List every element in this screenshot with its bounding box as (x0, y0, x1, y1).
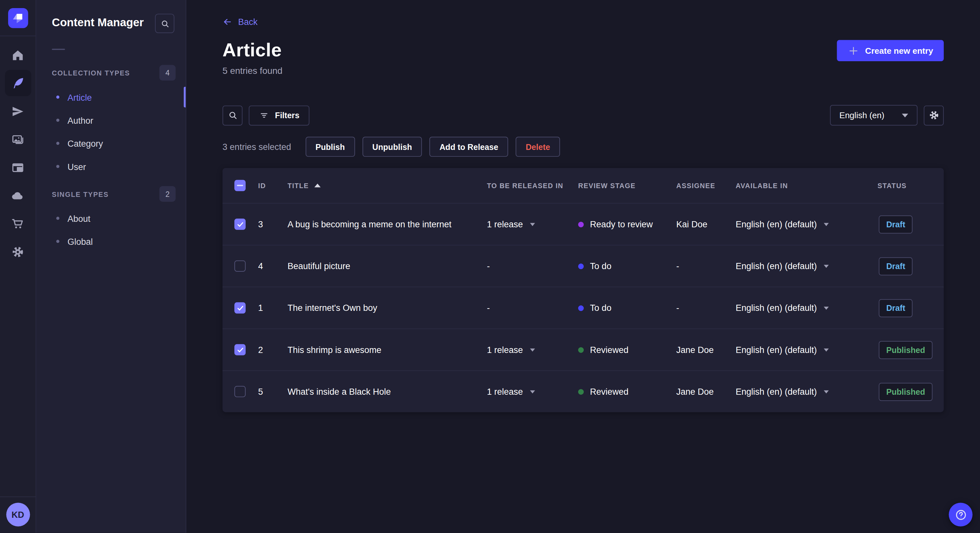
stage-dot-icon (578, 222, 584, 227)
column-header-release: TO BE RELEASED IN (487, 182, 578, 189)
cell-id: 1 (258, 303, 288, 313)
table-row[interactable]: 4 Beautiful picture - To do - English (e… (223, 245, 944, 287)
table-row[interactable]: 5 What's inside a Black Hole 1 release R… (223, 370, 944, 412)
caret-down-icon (824, 223, 829, 226)
bullet-icon (56, 142, 60, 145)
filter-icon (259, 110, 269, 121)
cell-release-empty: - (487, 261, 578, 271)
search-icon (160, 19, 170, 29)
sidebar-item-user[interactable]: User (36, 155, 186, 178)
sidebar-item-about[interactable]: About (36, 206, 186, 230)
locale-menu-button[interactable]: English (en) (default) (736, 261, 878, 271)
view-settings-gear-button[interactable] (924, 105, 944, 125)
marketplace-cart-icon[interactable] (8, 214, 28, 234)
locale-menu-button[interactable]: English (en) (default) (736, 303, 878, 313)
release-menu-button[interactable]: 1 release (487, 345, 578, 355)
stage-dot-icon (578, 305, 584, 311)
strapi-logo-glyph (8, 8, 28, 28)
caret-down-icon (530, 390, 535, 393)
filters-button[interactable]: Filters (249, 105, 310, 125)
table-row[interactable]: 2 This shrimp is awesome 1 release Revie… (223, 328, 944, 370)
subnav-search-button[interactable] (155, 14, 174, 33)
search-button[interactable] (223, 105, 243, 125)
main-nav-rail: KD (0, 0, 36, 533)
user-avatar[interactable]: KD (6, 503, 30, 527)
delete-button[interactable]: Delete (515, 136, 560, 157)
cell-assignee: Jane Doe (676, 345, 736, 355)
page-title: Article (223, 39, 283, 61)
release-menu-button[interactable]: 1 release (487, 387, 578, 397)
caret-down-icon (824, 390, 829, 393)
cell-id: 4 (258, 261, 288, 271)
bulk-actions-bar: 3 entries selected Publish Unpublish Add… (223, 136, 944, 157)
create-new-entry-button[interactable]: Create new entry (837, 40, 944, 61)
strapi-logo[interactable] (8, 8, 28, 28)
home-icon[interactable] (8, 45, 28, 65)
unpublish-button[interactable]: Unpublish (362, 136, 422, 157)
sidebar-item-article[interactable]: Article (36, 86, 186, 108)
app-window: KD Content Manager COLLECTION TYPES 4 Ar… (0, 0, 980, 533)
help-button[interactable] (949, 503, 972, 527)
media-library-icon[interactable] (8, 129, 28, 149)
row-checkbox[interactable] (234, 344, 246, 355)
entries-table: ID TITLE TO BE RELEASED IN REVIEW STAGE … (223, 168, 944, 412)
status-badge: Draft (879, 299, 913, 317)
select-all-checkbox[interactable] (234, 180, 246, 191)
content-manager-feather-icon[interactable] (5, 70, 31, 96)
settings-gear-icon[interactable] (8, 241, 28, 262)
check-icon (236, 220, 244, 228)
locale-select[interactable]: English (en) (830, 105, 918, 125)
cell-review-stage: Reviewed (578, 345, 676, 355)
sidebar-item-label: Category (67, 138, 103, 148)
column-header-id: ID (258, 182, 288, 189)
locale-menu-button[interactable]: English (en) (default) (736, 219, 878, 229)
table-row[interactable]: 3 A bug is becoming a meme on the intern… (223, 203, 944, 245)
sidebar-item-category[interactable]: Category (36, 132, 186, 155)
table-row[interactable]: 1 The internet's Own boy - To do - Engli… (223, 287, 944, 328)
locale-menu-button[interactable]: English (en) (default) (736, 345, 878, 355)
back-link[interactable]: Back (223, 17, 258, 27)
cell-title: This shrimp is awesome (288, 345, 487, 355)
rail-divider (0, 36, 36, 36)
status-badge: Draft (879, 215, 913, 233)
row-checkbox[interactable] (234, 386, 246, 397)
caret-down-icon (824, 348, 829, 351)
bullet-icon (56, 119, 60, 122)
single-types-section: SINGLE TYPES 2 About Global (36, 186, 186, 253)
locale-menu-button[interactable]: English (en) (default) (736, 387, 878, 397)
sort-asc-icon (314, 184, 320, 187)
section-count-badge: 2 (159, 186, 176, 202)
sidebar-item-global[interactable]: Global (36, 230, 186, 253)
sidebar-item-label: User (67, 162, 86, 171)
content-type-builder-layout-icon[interactable] (8, 157, 28, 178)
column-header-status: STATUS (878, 182, 932, 189)
search-icon (227, 110, 238, 121)
cell-id: 5 (258, 387, 288, 397)
release-menu-button[interactable]: 1 release (487, 219, 578, 229)
publish-button[interactable]: Publish (305, 136, 355, 157)
row-checkbox[interactable] (234, 219, 246, 230)
row-checkbox[interactable] (234, 302, 246, 314)
sidebar-item-label: Author (67, 115, 93, 125)
selection-summary: 3 entries selected (223, 142, 291, 152)
stage-dot-icon (578, 263, 584, 269)
subnav-title: Content Manager (52, 16, 144, 29)
section-label: SINGLE TYPES (52, 190, 108, 198)
sidebar-item-label: Global (67, 236, 93, 246)
collection-types-section: COLLECTION TYPES 4 Article Author Catego… (36, 65, 186, 178)
stage-dot-icon (578, 389, 584, 394)
column-header-title-sort[interactable]: TITLE (288, 182, 487, 189)
sidebar-item-author[interactable]: Author (36, 109, 186, 132)
help-icon (954, 508, 967, 521)
cloud-icon[interactable] (8, 186, 28, 206)
cell-review-stage: Ready to review (578, 219, 676, 229)
stage-dot-icon (578, 347, 584, 352)
toolbar: Filters English (en) (223, 105, 944, 125)
row-checkbox[interactable] (234, 260, 246, 272)
check-icon (236, 346, 244, 354)
entries-count: 5 entries found (223, 66, 283, 76)
cell-title: Beautiful picture (288, 261, 487, 271)
releases-send-icon[interactable] (8, 101, 28, 121)
add-to-release-button[interactable]: Add to Release (430, 136, 508, 157)
gear-icon (929, 110, 939, 121)
